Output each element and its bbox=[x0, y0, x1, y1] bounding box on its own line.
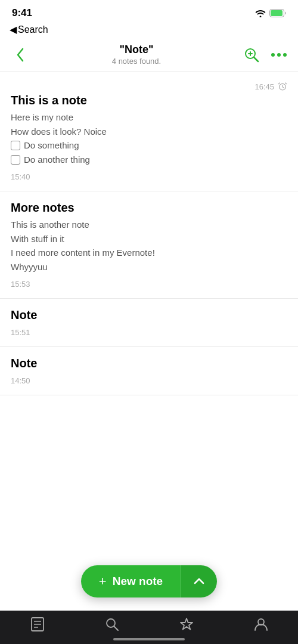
new-note-label: New note bbox=[113, 575, 163, 588]
svg-rect-1 bbox=[271, 10, 283, 16]
checkbox-line: Do another thing bbox=[11, 153, 287, 167]
search-icon bbox=[104, 617, 120, 632]
header-title: "Note" bbox=[119, 44, 153, 56]
note-body-line: This is another note bbox=[11, 218, 287, 232]
note-time-top: 16:45 bbox=[254, 82, 274, 91]
tab-search[interactable] bbox=[74, 617, 149, 632]
note-body-line: Whyyyuu bbox=[11, 261, 287, 274]
status-bar: 9:41 bbox=[0, 0, 298, 23]
more-icon bbox=[271, 52, 287, 57]
nav-back-arrow: ◀ bbox=[10, 24, 17, 35]
star-icon bbox=[179, 617, 194, 632]
note-meta-top: 16:45 bbox=[11, 82, 287, 91]
header-subtitle: 4 notes found. bbox=[112, 57, 161, 66]
checkbox-label: Do another thing bbox=[24, 153, 90, 167]
svg-point-8 bbox=[283, 53, 287, 57]
new-note-expand-button[interactable] bbox=[181, 565, 217, 597]
note-item[interactable]: 16:45 This is a note Here is my note How… bbox=[0, 72, 298, 191]
note-body: This is another note With stuff in it I … bbox=[11, 218, 287, 274]
checkbox-line: Do something bbox=[11, 139, 287, 153]
chevron-up-icon bbox=[193, 577, 205, 586]
note-body-line: I need more content in my Evernote! bbox=[11, 246, 287, 260]
note-item[interactable]: Note 15:51 bbox=[0, 299, 298, 347]
nav-back-label: Search bbox=[18, 24, 48, 35]
chevron-left-icon bbox=[14, 47, 26, 63]
tab-account[interactable] bbox=[224, 617, 298, 632]
note-time-bottom: 15:53 bbox=[11, 280, 287, 289]
alarm-icon bbox=[278, 82, 287, 91]
checkbox bbox=[11, 155, 20, 165]
header-center: "Note" 4 notes found. bbox=[112, 44, 161, 66]
note-time-bottom: 15:40 bbox=[11, 172, 287, 181]
new-note-btn-wrapper: + New note bbox=[81, 565, 217, 597]
note-body-line: Here is my note bbox=[11, 111, 287, 125]
plus-icon: + bbox=[99, 575, 107, 588]
note-item[interactable]: Note 14:50 bbox=[0, 347, 298, 395]
nav-back[interactable]: ◀ Search bbox=[0, 23, 298, 40]
header-actions bbox=[242, 45, 288, 64]
more-button[interactable] bbox=[269, 45, 288, 64]
note-title: More notes bbox=[11, 201, 287, 215]
wifi-icon bbox=[255, 9, 266, 17]
note-time-bottom: 14:50 bbox=[11, 376, 287, 385]
new-note-bar: + New note bbox=[0, 557, 298, 606]
note-title: This is a note bbox=[11, 94, 287, 107]
note-title: Note bbox=[11, 357, 287, 370]
battery-icon bbox=[269, 9, 286, 17]
checkbox bbox=[11, 141, 20, 150]
status-time: 9:41 bbox=[12, 7, 32, 19]
svg-point-6 bbox=[271, 53, 275, 57]
nav-back-btn[interactable]: ◀ Search bbox=[10, 24, 48, 35]
note-item[interactable]: More notes This is another note With stu… bbox=[0, 191, 298, 299]
search-add-button[interactable] bbox=[242, 45, 261, 64]
search-plus-icon bbox=[243, 47, 260, 63]
note-body-line: How does it look? Noice bbox=[11, 125, 287, 139]
status-icons bbox=[255, 9, 286, 17]
new-note-button[interactable]: + New note bbox=[81, 565, 181, 597]
account-icon bbox=[253, 617, 269, 632]
svg-point-7 bbox=[277, 53, 281, 57]
note-time-bottom: 15:51 bbox=[11, 328, 287, 337]
svg-line-15 bbox=[114, 627, 118, 631]
checkbox-label: Do something bbox=[24, 139, 79, 153]
notes-list: 16:45 This is a note Here is my note How… bbox=[0, 72, 298, 512]
header-back-button[interactable] bbox=[10, 44, 31, 66]
home-indicator bbox=[113, 638, 185, 640]
note-body-line: With stuff in it bbox=[11, 233, 287, 246]
header: "Note" 4 notes found. bbox=[0, 40, 298, 72]
svg-line-3 bbox=[254, 57, 259, 61]
tab-notes[interactable] bbox=[0, 617, 74, 632]
notes-icon bbox=[30, 617, 45, 632]
note-title: Note bbox=[11, 308, 287, 322]
note-body: Here is my note How does it look? Noice … bbox=[11, 111, 287, 166]
tab-shortcuts[interactable] bbox=[149, 617, 224, 632]
